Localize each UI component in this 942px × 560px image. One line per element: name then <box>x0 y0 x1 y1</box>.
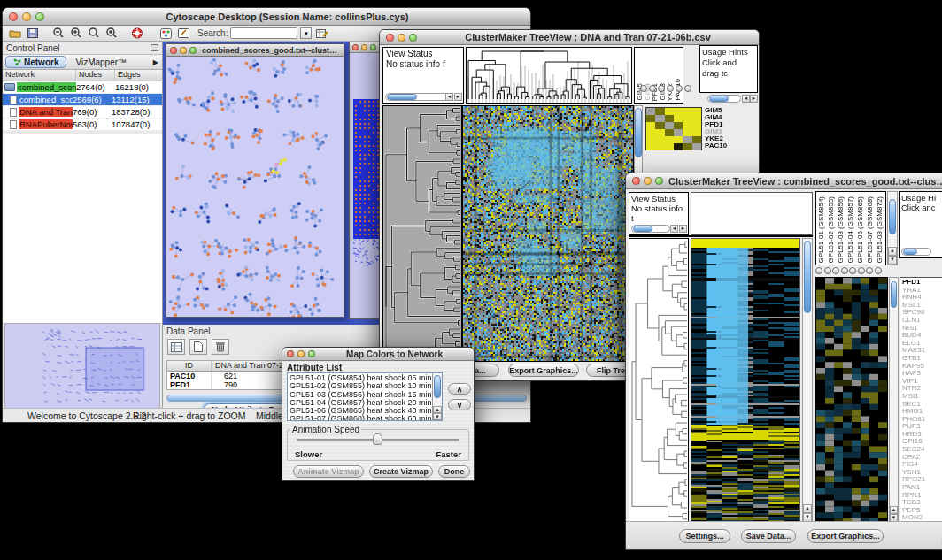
zoom-out-icon[interactable] <box>50 27 66 40</box>
float-panel-icon[interactable] <box>151 44 158 51</box>
zoom-selected-icon[interactable] <box>104 27 119 40</box>
tv1-global-heatmap[interactable] <box>462 105 634 362</box>
tv2-heatmap-vscrollbar[interactable]: ▲ ▼ <box>802 238 813 523</box>
export-graphics-button[interactable]: Export Graphics... <box>807 529 884 543</box>
scroll-down-icon[interactable]: ▼ <box>888 256 897 265</box>
zoom-window-icon[interactable] <box>35 12 44 21</box>
minimize-icon[interactable] <box>644 177 652 185</box>
scroll-right-icon[interactable]: ► <box>679 225 687 233</box>
search-input[interactable] <box>230 27 297 39</box>
scroll-left-icon[interactable]: ◄ <box>742 95 750 103</box>
tv2-titlebar[interactable]: ClusterMaker TreeView : combined_scores_… <box>626 173 942 189</box>
open-file-icon[interactable] <box>7 27 22 40</box>
close-icon[interactable] <box>352 44 359 50</box>
minimize-icon[interactable] <box>22 12 31 21</box>
new-attribute-icon[interactable] <box>189 339 207 355</box>
tab-overflow-icon[interactable]: ▶ <box>153 58 158 66</box>
home-icon[interactable] <box>858 267 865 274</box>
zoom-window-icon[interactable] <box>308 350 315 357</box>
help-lifering-icon[interactable] <box>129 27 144 40</box>
tv1-row-dendrogram[interactable] <box>382 105 462 362</box>
network-row[interactable]: DNA and Tran 07769(0)183728(0) <box>3 106 162 119</box>
attribute-editor-icon[interactable] <box>314 27 329 40</box>
tv1-status-hscrollbar[interactable] <box>385 93 449 101</box>
move-down-button[interactable]: ∨ <box>448 399 471 410</box>
scroll-up-icon[interactable]: ▲ <box>803 504 812 513</box>
zoom-in-icon[interactable] <box>815 267 822 274</box>
save-data-button[interactable]: Save Data... <box>741 529 796 543</box>
animation-speed-slider-thumb[interactable] <box>373 433 382 445</box>
zoom-reset-icon[interactable] <box>832 267 839 274</box>
annotation-icon[interactable] <box>176 27 191 40</box>
home-icon[interactable] <box>684 85 691 92</box>
settings-button[interactable]: Settings... <box>679 529 730 543</box>
move-up-button[interactable]: ∧ <box>448 383 471 395</box>
network-row[interactable]: combined_sco2569(6)13112(15) <box>3 94 162 106</box>
scroll-left-icon[interactable]: ◄ <box>445 93 453 101</box>
col-header-nodes[interactable]: Nodes <box>76 70 115 81</box>
select-icon[interactable] <box>676 85 683 92</box>
export-graphics-button[interactable]: Export Graphics... <box>508 364 579 377</box>
attribute-list-vscrollbar[interactable]: ▲ ▼ <box>432 373 442 420</box>
flip-icon[interactable] <box>866 267 873 274</box>
tv1-detail-hscrollbar[interactable] <box>707 95 741 103</box>
close-icon[interactable] <box>287 350 294 357</box>
close-icon[interactable] <box>9 12 18 21</box>
tv2-row-dendrogram[interactable] <box>629 238 689 523</box>
create-vizmap-button[interactable]: Create Vizmap <box>369 465 433 478</box>
tv2-detail-heatmap[interactable] <box>815 277 888 523</box>
zoom-out-icon[interactable] <box>649 85 656 92</box>
dialog-titlebar[interactable]: Map Colors to Network <box>282 348 474 361</box>
vizmapper-icon[interactable] <box>158 27 174 40</box>
tv1-titlebar[interactable]: ClusterMaker TreeView : DNA and Tran 07-… <box>380 30 759 45</box>
scroll-left-icon[interactable]: ◄ <box>670 225 678 233</box>
network-canvas[interactable] <box>166 57 344 317</box>
tv1-column-dendrogram[interactable] <box>466 47 632 104</box>
zoom-window-icon[interactable] <box>189 47 197 54</box>
zoom-out-icon[interactable] <box>824 267 831 274</box>
done-button[interactable]: Done <box>438 465 470 478</box>
tv1-detail-heatmap[interactable] <box>645 107 702 150</box>
zoom-window-icon[interactable] <box>409 34 417 42</box>
tab-vizmapper[interactable]: VizMapper™ <box>66 58 135 67</box>
save-icon[interactable] <box>25 27 40 40</box>
scroll-down-icon[interactable]: ▼ <box>433 413 442 420</box>
scroll-up-icon[interactable]: ▲ <box>433 406 442 413</box>
dp-col-id[interactable]: ID <box>167 361 212 371</box>
network-row[interactable]: combined_scores2764(0)16218(0) <box>3 81 162 94</box>
tv2-gene-vscrollbar[interactable]: ▲ ▼ <box>889 277 899 523</box>
minimize-icon[interactable] <box>361 44 367 50</box>
scroll-right-icon[interactable]: ► <box>454 93 462 101</box>
zoom-in-icon[interactable] <box>68 27 83 40</box>
delete-attribute-icon[interactable] <box>212 339 229 355</box>
dense-network-canvas[interactable] <box>353 99 380 267</box>
close-icon[interactable] <box>632 177 640 185</box>
col-header-edges[interactable]: Edges <box>115 70 162 81</box>
zoom-window-icon[interactable] <box>370 44 376 50</box>
search-dropdown[interactable]: ▼ <box>300 27 312 39</box>
pan-icon[interactable] <box>667 85 674 92</box>
pan-icon[interactable] <box>841 267 848 274</box>
attribute-list-item[interactable]: GPL51-07 (GSM868) heat shock 60 min <box>290 415 440 421</box>
select-icon[interactable] <box>849 267 856 274</box>
minimize-icon[interactable] <box>398 34 405 42</box>
col-header-network[interactable]: Network <box>3 70 76 81</box>
tv2-global-heatmap[interactable] <box>691 238 800 523</box>
tab-network[interactable]: Network <box>5 56 66 68</box>
minimize-icon[interactable] <box>297 350 305 357</box>
attribute-table-icon[interactable] <box>167 339 185 355</box>
settings-icon[interactable] <box>875 267 882 274</box>
zoom-in-icon[interactable] <box>640 85 647 92</box>
animate-vizmap-button[interactable]: Animate Vizmap <box>293 465 364 478</box>
scroll-up-icon[interactable]: ▲ <box>890 506 898 514</box>
tv2-label-vscrollbar[interactable]: ▲ ▼ <box>887 191 898 265</box>
scroll-right-icon[interactable]: ► <box>750 95 758 103</box>
tv2-status-hscrollbar[interactable] <box>631 225 670 233</box>
minimize-icon[interactable] <box>180 47 187 54</box>
tv2-hints-hscrollbar[interactable] <box>901 248 931 256</box>
network-row[interactable]: RNAPuberNov2+|563(0)107847(0) <box>3 119 162 131</box>
zoom-fit-icon[interactable] <box>86 27 101 40</box>
scroll-up-icon[interactable]: ▲ <box>888 247 897 256</box>
zoom-reset-icon[interactable] <box>658 85 665 92</box>
close-icon[interactable] <box>170 47 177 54</box>
